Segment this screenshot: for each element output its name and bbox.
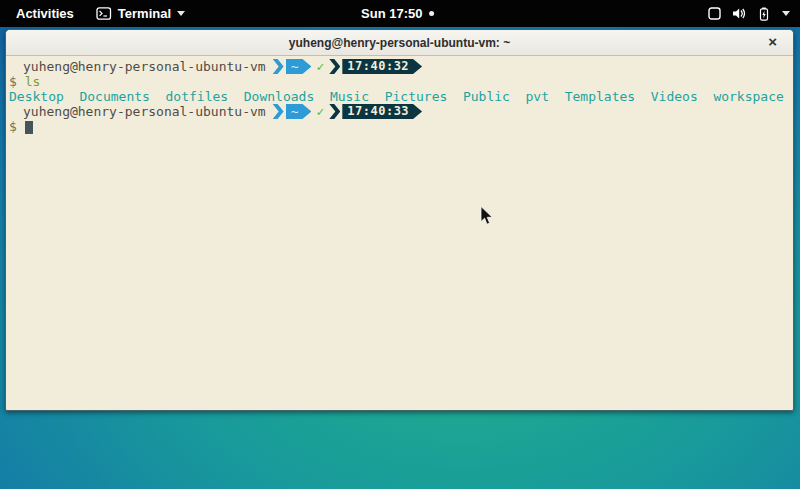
command-line: $ ls	[9, 74, 793, 89]
display-icon	[708, 7, 721, 20]
clock-menu[interactable]: Sun 17:50	[361, 0, 434, 27]
directory-entry: Pictures	[385, 89, 448, 104]
directory-entry: Music	[330, 89, 369, 104]
battery-charging-icon	[757, 7, 771, 21]
prompt-path-segment: ~	[286, 59, 312, 74]
terminal-content[interactable]: yuheng@henry-personal-ubuntu-vm ~ ✓ 17:4…	[6, 56, 793, 134]
powerline-chevron-icon	[273, 104, 284, 119]
notification-dot	[430, 11, 435, 16]
shell-prompt-line: yuheng@henry-personal-ubuntu-vm ~ ✓ 17:4…	[9, 59, 793, 74]
checkmark-icon: ✓	[316, 104, 324, 119]
text-cursor	[25, 121, 33, 134]
directory-entry: pvt	[526, 89, 549, 104]
terminal-window: yuheng@henry-personal-ubuntu-vm: ~ × yuh…	[5, 29, 794, 411]
prompt-dollar: $	[9, 119, 17, 134]
activities-button[interactable]: Activities	[10, 4, 80, 23]
prompt-user-host: yuheng@henry-personal-ubuntu-vm	[23, 104, 266, 119]
prompt-dollar: $	[9, 74, 17, 89]
powerline-chevron-icon	[273, 59, 284, 74]
app-menu-terminal[interactable]: Terminal	[96, 6, 185, 21]
prompt-time-segment: 17:40:32	[342, 59, 422, 74]
gnome-top-bar: Activities Terminal Sun 17:50	[0, 0, 800, 27]
window-title-bar[interactable]: yuheng@henry-personal-ubuntu-vm: ~ ×	[6, 30, 793, 56]
prompt-user-host: yuheng@henry-personal-ubuntu-vm	[23, 59, 266, 74]
directory-entry: Downloads	[244, 89, 314, 104]
shell-prompt-line: yuheng@henry-personal-ubuntu-vm ~ ✓ 17:4…	[9, 104, 793, 119]
powerline-chevron-icon	[329, 59, 340, 74]
directory-entry: Public	[463, 89, 510, 104]
directory-entry: dotfiles	[166, 89, 229, 104]
prompt-time-segment: 17:40:33	[342, 104, 422, 119]
ls-output-line: DesktopDocumentsdotfilesDownloadsMusicPi…	[9, 89, 793, 104]
system-status-menu[interactable]	[708, 0, 790, 27]
volume-icon	[732, 7, 746, 20]
window-title: yuheng@henry-personal-ubuntu-vm: ~	[289, 36, 510, 50]
directory-entry: Documents	[79, 89, 149, 104]
caret-down-icon	[782, 11, 790, 16]
directory-entry: Templates	[565, 89, 635, 104]
command-text: ls	[25, 74, 41, 89]
command-line-current[interactable]: $	[9, 119, 793, 134]
directory-entry: Videos	[651, 89, 698, 104]
clock-label: Sun 17:50	[361, 6, 422, 21]
caret-down-icon	[177, 11, 185, 16]
terminal-icon	[96, 7, 112, 20]
app-menu-label: Terminal	[118, 6, 171, 21]
close-icon[interactable]: ×	[768, 33, 777, 51]
prompt-path-segment: ~	[286, 104, 312, 119]
checkmark-icon: ✓	[316, 59, 324, 74]
directory-entry: workspace	[713, 89, 783, 104]
directory-entry: Desktop	[9, 89, 64, 104]
powerline-chevron-icon	[329, 104, 340, 119]
